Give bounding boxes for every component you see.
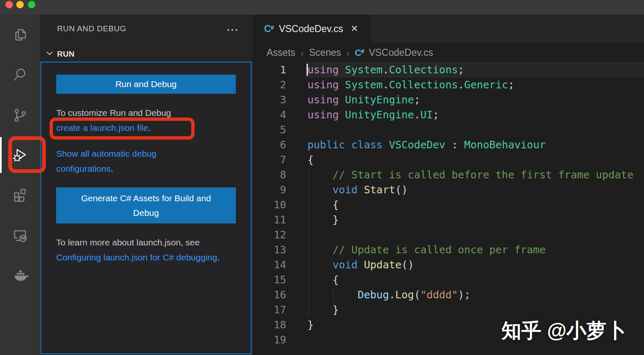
text-cursor [307,64,308,76]
zoom-window-button[interactable] [28,1,35,8]
line-number: 2 [253,78,286,92]
line-number: 3 [253,92,286,108]
code-text: using UnityEngine; [307,92,420,108]
sidebar-run-and-debug: RUN AND DEBUG ⋯ RUN Run and Debug To cus… [40,15,253,355]
active-item-indicator [0,137,2,173]
line-number: 19 [253,332,286,348]
indent-guide [333,288,334,302]
code-text: // Update is called once per frame [307,242,546,258]
line-number: 6 [253,138,286,152]
breadcrumb-separator-icon: › [347,48,349,58]
code-line: 5 [253,122,644,138]
code-text: Debug.Log("dddd"); [307,288,470,302]
search-icon [12,67,28,83]
more-actions-icon[interactable]: ⋯ [226,22,240,37]
chevron-down-icon [45,49,54,60]
line-number: 16 [253,288,286,302]
run-and-debug-button[interactable]: Run and Debug [56,75,236,94]
learn-more-suffix: . [217,252,220,262]
customize-suffix: . [148,123,151,132]
tab-label: VSCodeDev.cs [279,23,343,35]
sidebar-item-explorer[interactable] [12,27,28,43]
code-line: 6public class VSCodeDev : MonoBehaviour [253,138,644,152]
code-line: 7{ [253,152,644,168]
customize-text: To customize Run and Debug [56,105,236,120]
code-line: 10 { [253,198,644,212]
activity-bar [0,15,40,355]
show-all-paragraph: Show all automatic debug configurations. [56,146,200,176]
code-text: using UnityEngine.UI; [307,108,439,122]
code-text: void Start() [307,182,408,198]
indent-guide [308,168,309,318]
code-line: 16 Debug.Log("dddd"); [253,288,644,302]
learn-more-paragraph: To learn more about launch.json, see Con… [56,235,240,265]
watermark: 知乎 @小萝卜 [502,318,627,344]
code-line: 8 // Start is called before the first fr… [253,168,644,182]
csharp-icon: C# [355,48,364,58]
code-line: 17 } [253,302,644,318]
breadcrumb-item-scenes[interactable]: Scenes [309,47,341,58]
configuring-launch-json-link[interactable]: Configuring launch.json for C# debugging [56,252,217,262]
breadcrumb: Assets › Scenes › C# VSCodeDev.cs [253,43,644,62]
current-line-highlight [306,62,644,77]
line-number: 17 [253,302,286,318]
code-line: 9 void Start() [253,182,644,198]
tab-bar: C# VSCodeDev.cs ✕ [253,15,644,43]
code-editor[interactable]: 1using System.Collections;2using System.… [253,62,644,355]
run-section-label: RUN [57,50,75,59]
breadcrumb-item-assets[interactable]: Assets [267,47,295,58]
line-number: 4 [253,108,286,122]
close-window-button[interactable] [5,1,13,8]
code-line: 13 // Update is called once per frame [253,242,644,258]
line-number: 8 [253,168,286,182]
sidebar-item-search[interactable] [12,67,28,83]
show-all-configurations-link[interactable]: Show all automatic debug configurations [56,149,157,173]
code-rows: 1using System.Collections;2using System.… [253,62,644,348]
tab-vscodedev[interactable]: C# VSCodeDev.cs ✕ [253,15,371,43]
run-section-header[interactable]: RUN [45,48,75,60]
code-line: 12 [253,228,644,242]
sidebar-item-source-control[interactable] [12,107,28,124]
titlebar [0,0,644,15]
line-number: 7 [253,152,286,168]
close-icon[interactable]: ✕ [351,23,358,34]
show-all-suffix: . [111,164,113,173]
run-debug-icon [12,146,28,162]
docker-icon [12,267,28,283]
generate-assets-label: Generate C# Assets for Build and Debug [72,191,220,220]
sidebar-item-run-and-debug[interactable] [12,146,28,162]
breadcrumb-item-file[interactable]: VSCodeDev.cs [369,47,433,58]
code-text: void Update() [307,258,414,272]
code-text: } [307,212,339,228]
remote-explorer-icon [12,227,28,244]
git-branch-icon [12,107,28,124]
csharp-icon: C# [264,23,274,35]
generate-assets-button[interactable]: Generate C# Assets for Build and Debug [56,188,236,223]
line-number: 14 [253,258,286,272]
code-text: { [307,272,339,288]
learn-more-text: To learn more about launch.json, [56,238,183,247]
line-number: 11 [253,212,286,228]
line-number: 15 [253,272,286,288]
sidebar-title: RUN AND DEBUG [57,24,245,37]
breadcrumb-separator-icon: › [301,48,304,58]
run-panel: Run and Debug To customize Run and Debug… [40,62,252,354]
code-text: // Start is called before the first fram… [307,168,634,182]
line-number: 12 [253,228,286,242]
code-line: 11 } [253,212,644,228]
code-text: { [307,198,339,212]
code-line: 15 { [253,272,644,288]
sidebar-item-extensions[interactable] [12,187,28,203]
line-number: 18 [253,318,286,332]
line-number: 5 [253,122,286,138]
sidebar-item-remote-explorer[interactable] [12,227,28,244]
code-text: { [307,152,314,168]
line-number: 10 [253,198,286,212]
minimize-window-button[interactable] [16,1,24,8]
code-line: 3using UnityEngine; [253,92,644,108]
line-number: 1 [253,62,286,78]
code-line: 2using System.Collections.Generic; [253,78,644,92]
create-launch-json-link[interactable]: create a launch.json file [56,123,148,132]
code-text: public class VSCodeDev : MonoBehaviour [307,138,546,152]
sidebar-item-docker[interactable] [12,267,28,283]
